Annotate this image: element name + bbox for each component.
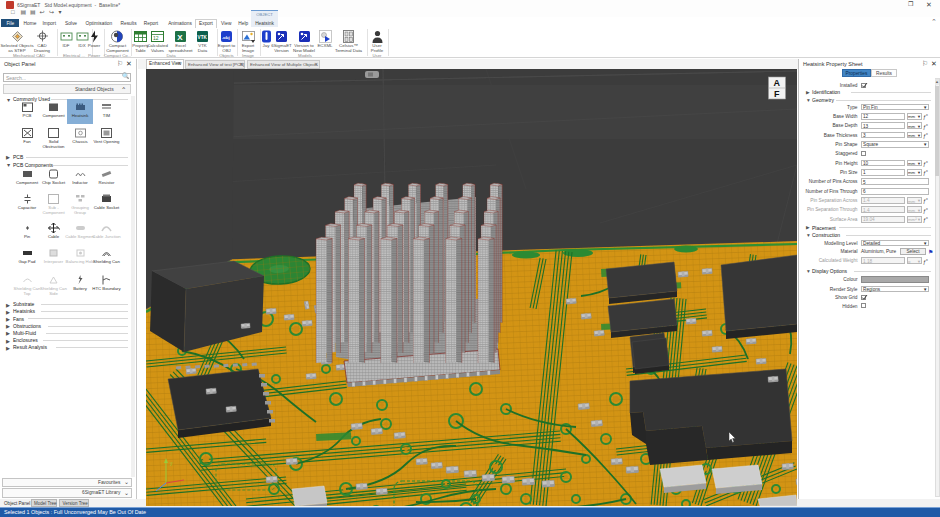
svg-text:.obj: .obj [222,35,230,40]
svg-text:F: F [774,89,780,99]
svg-text:12: 12 [153,35,159,41]
svg-text:VTK: VTK [198,35,208,40]
svg-text:A: A [774,78,781,88]
svg-text:X: X [177,33,183,42]
